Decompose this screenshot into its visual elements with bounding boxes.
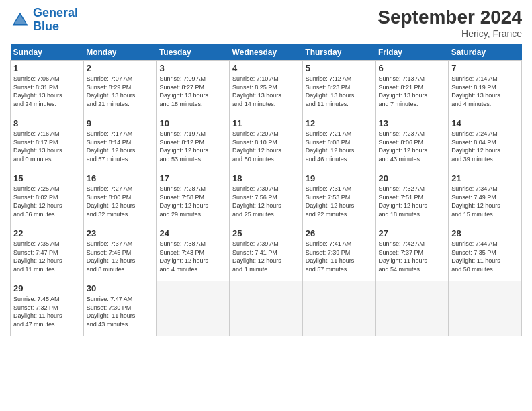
table-row: 7Sunrise: 7:14 AM Sunset: 8:19 PM Daylig…	[449, 61, 522, 116]
table-row	[157, 281, 230, 336]
table-row: 2Sunrise: 7:07 AM Sunset: 8:29 PM Daylig…	[83, 61, 157, 116]
table-row: 19Sunrise: 7:31 AM Sunset: 7:53 PM Dayli…	[302, 171, 375, 226]
day-info: Sunrise: 7:24 AM Sunset: 8:04 PM Dayligh…	[451, 130, 519, 163]
day-number: 16	[87, 173, 154, 183]
day-info: Sunrise: 7:28 AM Sunset: 7:58 PM Dayligh…	[159, 185, 226, 218]
day-info: Sunrise: 7:14 AM Sunset: 8:19 PM Dayligh…	[451, 75, 519, 108]
day-info: Sunrise: 7:34 AM Sunset: 7:49 PM Dayligh…	[451, 185, 519, 218]
calendar-row: 8Sunrise: 7:16 AM Sunset: 8:17 PM Daylig…	[11, 116, 522, 171]
logo-text: General Blue	[33, 7, 78, 34]
day-info: Sunrise: 7:39 AM Sunset: 7:41 PM Dayligh…	[232, 240, 300, 273]
day-info: Sunrise: 7:47 AM Sunset: 7:30 PM Dayligh…	[87, 295, 154, 328]
col-wednesday: Wednesday	[230, 44, 303, 61]
day-number: 18	[232, 173, 300, 183]
table-row: 17Sunrise: 7:28 AM Sunset: 7:58 PM Dayli…	[157, 171, 230, 226]
day-info: Sunrise: 7:23 AM Sunset: 8:06 PM Dayligh…	[379, 130, 446, 163]
day-info: Sunrise: 7:35 AM Sunset: 7:47 PM Dayligh…	[13, 240, 81, 273]
day-info: Sunrise: 7:38 AM Sunset: 7:43 PM Dayligh…	[159, 240, 226, 273]
table-row: 23Sunrise: 7:37 AM Sunset: 7:45 PM Dayli…	[83, 226, 157, 281]
table-row: 18Sunrise: 7:30 AM Sunset: 7:56 PM Dayli…	[230, 171, 303, 226]
title-block: September 2024 Hericy, France	[378, 7, 522, 39]
day-number: 23	[87, 228, 154, 238]
table-row: 3Sunrise: 7:09 AM Sunset: 8:27 PM Daylig…	[157, 61, 230, 116]
day-number: 19	[306, 173, 373, 183]
day-number: 27	[379, 228, 446, 238]
day-number: 5	[306, 63, 373, 73]
table-row: 8Sunrise: 7:16 AM Sunset: 8:17 PM Daylig…	[11, 116, 84, 171]
table-row: 25Sunrise: 7:39 AM Sunset: 7:41 PM Dayli…	[230, 226, 303, 281]
table-row: 14Sunrise: 7:24 AM Sunset: 8:04 PM Dayli…	[449, 116, 522, 171]
day-number: 21	[451, 173, 519, 183]
day-info: Sunrise: 7:31 AM Sunset: 7:53 PM Dayligh…	[306, 185, 373, 218]
day-number: 24	[159, 228, 226, 238]
col-saturday: Saturday	[449, 44, 522, 61]
calendar-table: Sunday Monday Tuesday Wednesday Thursday…	[10, 44, 522, 336]
day-number: 6	[379, 63, 446, 73]
logo: General Blue	[10, 7, 78, 34]
day-info: Sunrise: 7:27 AM Sunset: 8:00 PM Dayligh…	[87, 185, 154, 218]
table-row: 28Sunrise: 7:44 AM Sunset: 7:35 PM Dayli…	[449, 226, 522, 281]
table-row: 30Sunrise: 7:47 AM Sunset: 7:30 PM Dayli…	[83, 281, 157, 336]
calendar-row: 22Sunrise: 7:35 AM Sunset: 7:47 PM Dayli…	[11, 226, 522, 281]
day-info: Sunrise: 7:19 AM Sunset: 8:12 PM Dayligh…	[159, 130, 226, 163]
table-row: 6Sunrise: 7:13 AM Sunset: 8:21 PM Daylig…	[375, 61, 449, 116]
day-info: Sunrise: 7:06 AM Sunset: 8:31 PM Dayligh…	[13, 75, 81, 108]
calendar-row: 15Sunrise: 7:25 AM Sunset: 8:02 PM Dayli…	[11, 171, 522, 226]
day-number: 9	[87, 118, 154, 128]
location: Hericy, France	[378, 28, 522, 39]
day-info: Sunrise: 7:41 AM Sunset: 7:39 PM Dayligh…	[306, 240, 373, 273]
month-title: September 2024	[378, 7, 522, 28]
day-info: Sunrise: 7:44 AM Sunset: 7:35 PM Dayligh…	[451, 240, 519, 273]
day-number: 22	[13, 228, 81, 238]
day-number: 2	[87, 63, 154, 73]
day-info: Sunrise: 7:30 AM Sunset: 7:56 PM Dayligh…	[232, 185, 300, 218]
table-row: 1Sunrise: 7:06 AM Sunset: 8:31 PM Daylig…	[11, 61, 84, 116]
day-info: Sunrise: 7:20 AM Sunset: 8:10 PM Dayligh…	[232, 130, 300, 163]
day-number: 7	[451, 63, 519, 73]
day-info: Sunrise: 7:12 AM Sunset: 8:23 PM Dayligh…	[306, 75, 373, 108]
table-row: 24Sunrise: 7:38 AM Sunset: 7:43 PM Dayli…	[157, 226, 230, 281]
day-number: 12	[306, 118, 373, 128]
calendar-row: 1Sunrise: 7:06 AM Sunset: 8:31 PM Daylig…	[11, 61, 522, 116]
table-row: 21Sunrise: 7:34 AM Sunset: 7:49 PM Dayli…	[449, 171, 522, 226]
table-row	[302, 281, 375, 336]
table-row: 9Sunrise: 7:17 AM Sunset: 8:14 PM Daylig…	[83, 116, 157, 171]
day-number: 29	[13, 283, 81, 293]
day-number: 3	[159, 63, 226, 73]
day-number: 4	[232, 63, 300, 73]
day-number: 30	[87, 283, 154, 293]
table-row: 22Sunrise: 7:35 AM Sunset: 7:47 PM Dayli…	[11, 226, 84, 281]
table-row: 16Sunrise: 7:27 AM Sunset: 8:00 PM Dayli…	[83, 171, 157, 226]
day-info: Sunrise: 7:42 AM Sunset: 7:37 PM Dayligh…	[379, 240, 446, 273]
day-info: Sunrise: 7:07 AM Sunset: 8:29 PM Dayligh…	[87, 75, 154, 108]
col-sunday: Sunday	[11, 44, 84, 61]
day-number: 28	[451, 228, 519, 238]
table-row: 4Sunrise: 7:10 AM Sunset: 8:25 PM Daylig…	[230, 61, 303, 116]
day-info: Sunrise: 7:37 AM Sunset: 7:45 PM Dayligh…	[87, 240, 154, 273]
day-info: Sunrise: 7:21 AM Sunset: 8:08 PM Dayligh…	[306, 130, 373, 163]
day-number: 20	[379, 173, 446, 183]
table-row: 11Sunrise: 7:20 AM Sunset: 8:10 PM Dayli…	[230, 116, 303, 171]
day-number: 14	[451, 118, 519, 128]
col-monday: Monday	[83, 44, 157, 61]
day-info: Sunrise: 7:13 AM Sunset: 8:21 PM Dayligh…	[379, 75, 446, 108]
day-number: 11	[232, 118, 300, 128]
header-row: Sunday Monday Tuesday Wednesday Thursday…	[11, 44, 522, 61]
col-thursday: Thursday	[302, 44, 375, 61]
table-row	[375, 281, 449, 336]
day-number: 13	[379, 118, 446, 128]
day-info: Sunrise: 7:10 AM Sunset: 8:25 PM Dayligh…	[232, 75, 300, 108]
day-number: 15	[13, 173, 81, 183]
day-number: 25	[232, 228, 300, 238]
day-info: Sunrise: 7:17 AM Sunset: 8:14 PM Dayligh…	[87, 130, 154, 163]
day-number: 17	[159, 173, 226, 183]
table-row	[230, 281, 303, 336]
day-number: 10	[159, 118, 226, 128]
table-row: 10Sunrise: 7:19 AM Sunset: 8:12 PM Dayli…	[157, 116, 230, 171]
table-row: 29Sunrise: 7:45 AM Sunset: 7:32 PM Dayli…	[11, 281, 84, 336]
calendar-row: 29Sunrise: 7:45 AM Sunset: 7:32 PM Dayli…	[11, 281, 522, 336]
day-info: Sunrise: 7:16 AM Sunset: 8:17 PM Dayligh…	[13, 130, 81, 163]
col-friday: Friday	[375, 44, 449, 61]
day-info: Sunrise: 7:45 AM Sunset: 7:32 PM Dayligh…	[13, 295, 81, 328]
table-row: 15Sunrise: 7:25 AM Sunset: 8:02 PM Dayli…	[11, 171, 84, 226]
